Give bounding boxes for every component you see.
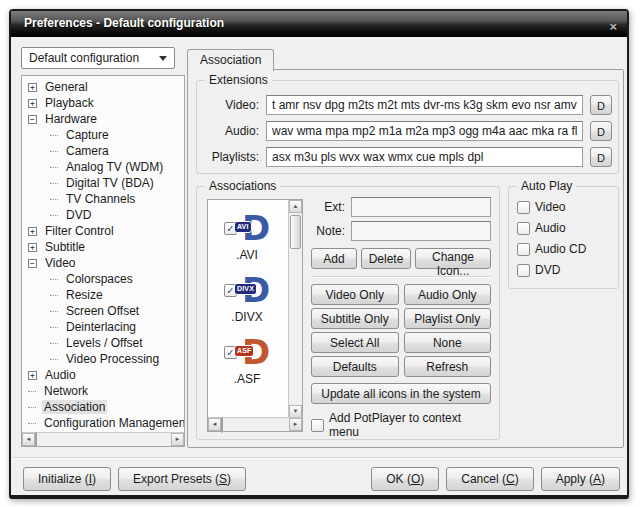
scroll-right-icon[interactable]: ► bbox=[289, 418, 302, 431]
list-horizontal-scrollbar[interactable]: ◄ ► bbox=[208, 417, 302, 431]
tree-item-capture[interactable]: Capture bbox=[22, 127, 184, 143]
expand-icon[interactable]: + bbox=[28, 83, 37, 92]
tree-connector bbox=[50, 327, 58, 328]
tree-item-tv-channels[interactable]: TV Channels bbox=[22, 191, 184, 207]
configuration-dropdown[interactable]: Default configuration bbox=[21, 47, 175, 69]
autoplay-option-dvd[interactable]: DVD bbox=[517, 263, 618, 277]
scroll-thumb[interactable] bbox=[35, 432, 37, 448]
apply-button[interactable]: Apply (A) bbox=[541, 467, 620, 491]
tree-item-video-processing[interactable]: Video Processing bbox=[22, 351, 184, 367]
initialize-button[interactable]: Initialize (I) bbox=[23, 467, 111, 491]
file-type-icon-badge: DIVX bbox=[234, 283, 257, 295]
ext-input[interactable] bbox=[351, 197, 491, 217]
audio-only-button[interactable]: Audio Only bbox=[404, 284, 492, 305]
defaults-button[interactable]: Defaults bbox=[311, 356, 399, 377]
scroll-thumb[interactable] bbox=[221, 417, 223, 433]
file-type-caption: .DIVX bbox=[210, 310, 284, 324]
autoplay-checkbox[interactable] bbox=[517, 243, 530, 256]
select-all-button[interactable]: Select All bbox=[311, 332, 399, 353]
tree-connector bbox=[50, 311, 58, 312]
audio-default-button[interactable]: D bbox=[590, 121, 612, 141]
scroll-up-icon[interactable]: ▲ bbox=[289, 200, 302, 213]
tree-item-association[interactable]: Association bbox=[22, 399, 184, 415]
collapse-icon[interactable]: − bbox=[28, 115, 37, 124]
scroll-left-icon[interactable]: ◄ bbox=[22, 433, 35, 446]
autoplay-checkbox[interactable] bbox=[517, 201, 530, 214]
tree-item-filter-control[interactable]: +Filter Control bbox=[22, 223, 184, 239]
expand-icon[interactable]: + bbox=[28, 99, 37, 108]
tree-connector bbox=[28, 423, 36, 424]
tree-item-screen-offset[interactable]: Screen Offset bbox=[22, 303, 184, 319]
tree-item-label: Playback bbox=[43, 96, 96, 110]
video-only-button[interactable]: Video Only bbox=[311, 284, 399, 305]
list-vertical-scrollbar[interactable]: ▲ ▼ bbox=[288, 200, 302, 418]
file-type-item-divx[interactable]: ✓DDIVX.DIVX bbox=[210, 271, 284, 324]
tree-item-camera[interactable]: Camera bbox=[22, 143, 184, 159]
file-type-caption: .ASF bbox=[210, 372, 284, 386]
note-input[interactable] bbox=[351, 221, 491, 241]
tree-item-digital-tv-bda[interactable]: Digital TV (BDA) bbox=[22, 175, 184, 191]
tree-connector bbox=[50, 295, 58, 296]
autoplay-checkbox[interactable] bbox=[517, 222, 530, 235]
context-menu-checkbox[interactable] bbox=[311, 419, 324, 432]
expand-icon[interactable]: + bbox=[28, 227, 37, 236]
ok-button[interactable]: OK (O) bbox=[371, 467, 439, 491]
playlists-default-button[interactable]: D bbox=[590, 147, 612, 167]
tree-item-hardware[interactable]: −Hardware bbox=[22, 111, 184, 127]
autoplay-label: Audio bbox=[535, 221, 566, 235]
autoplay-checkbox[interactable] bbox=[517, 264, 530, 277]
subtitle-only-button[interactable]: Subtitle Only bbox=[311, 308, 399, 329]
close-icon[interactable]: × bbox=[609, 14, 617, 39]
file-type-item-avi[interactable]: ✓DAVI.AVI bbox=[210, 209, 284, 262]
expand-icon[interactable]: + bbox=[28, 371, 37, 380]
tree-item-dvd[interactable]: DVD bbox=[22, 207, 184, 223]
delete-button[interactable]: Delete bbox=[361, 248, 411, 269]
tree-item-analog-tv-wdm[interactable]: Analog TV (WDM) bbox=[22, 159, 184, 175]
tree-item-configuration-management[interactable]: Configuration Management bbox=[22, 415, 184, 431]
autoplay-option-video[interactable]: Video bbox=[517, 200, 618, 214]
configuration-dropdown-value: Default configuration bbox=[29, 51, 139, 65]
tree-item-subtitle[interactable]: +Subtitle bbox=[22, 239, 184, 255]
add-button[interactable]: Add bbox=[311, 248, 357, 269]
audio-extensions-input[interactable] bbox=[266, 121, 583, 141]
tree-item-deinterlacing[interactable]: Deinterlacing bbox=[22, 319, 184, 335]
tree-connector bbox=[50, 151, 58, 152]
tree-item-colorspaces[interactable]: Colorspaces bbox=[22, 271, 184, 287]
tree-item-video[interactable]: −Video bbox=[22, 255, 184, 271]
autoplay-option-audio-cd[interactable]: Audio CD bbox=[517, 242, 618, 256]
tree-item-playback[interactable]: +Playback bbox=[22, 95, 184, 111]
context-menu-option[interactable]: Add PotPlayer to context menu bbox=[311, 411, 491, 439]
refresh-button[interactable]: Refresh bbox=[404, 356, 492, 377]
cancel-button[interactable]: Cancel (C) bbox=[446, 467, 533, 491]
tree-item-audio[interactable]: +Audio bbox=[22, 367, 184, 383]
tree-connector bbox=[50, 199, 58, 200]
tree-item-label: Colorspaces bbox=[64, 272, 135, 286]
tree-item-network[interactable]: Network bbox=[22, 383, 184, 399]
tree-item-label: Analog TV (WDM) bbox=[64, 160, 165, 174]
update-icons-button[interactable]: Update all icons in the system bbox=[311, 383, 491, 404]
scroll-thumb[interactable] bbox=[290, 215, 301, 249]
tree-item-label: TV Channels bbox=[64, 192, 137, 206]
autoplay-option-audio[interactable]: Audio bbox=[517, 221, 618, 235]
playlists-extensions-input[interactable] bbox=[266, 147, 583, 167]
association-tab-page: Extensions Video:DAudio:DPlaylists:D Ass… bbox=[187, 69, 624, 448]
change-icon-button[interactable]: Change Icon... bbox=[415, 248, 491, 269]
tree-horizontal-scrollbar[interactable]: ◄ ► bbox=[22, 432, 184, 446]
video-extensions-input[interactable] bbox=[266, 95, 583, 115]
scroll-left-icon[interactable]: ◄ bbox=[208, 418, 221, 431]
tree-item-label: Network bbox=[42, 384, 90, 398]
collapse-icon[interactable]: − bbox=[28, 259, 37, 268]
none-button[interactable]: None bbox=[404, 332, 492, 353]
scroll-right-icon[interactable]: ► bbox=[171, 433, 184, 446]
tree-item-resize[interactable]: Resize bbox=[22, 287, 184, 303]
tab-association[interactable]: Association bbox=[187, 49, 274, 71]
title-bar[interactable]: Preferences - Default configuration × bbox=[11, 11, 627, 37]
export-presets-button[interactable]: Export Presets (S) bbox=[118, 467, 246, 491]
file-type-item-asf[interactable]: ✓DASF.ASF bbox=[210, 333, 284, 386]
tree-item-general[interactable]: +General bbox=[22, 79, 184, 95]
autoplay-label: Video bbox=[535, 200, 565, 214]
video-default-button[interactable]: D bbox=[590, 95, 612, 115]
tree-item-levels-offset[interactable]: Levels / Offset bbox=[22, 335, 184, 351]
expand-icon[interactable]: + bbox=[28, 243, 37, 252]
playlist-only-button[interactable]: Playlist Only bbox=[404, 308, 492, 329]
